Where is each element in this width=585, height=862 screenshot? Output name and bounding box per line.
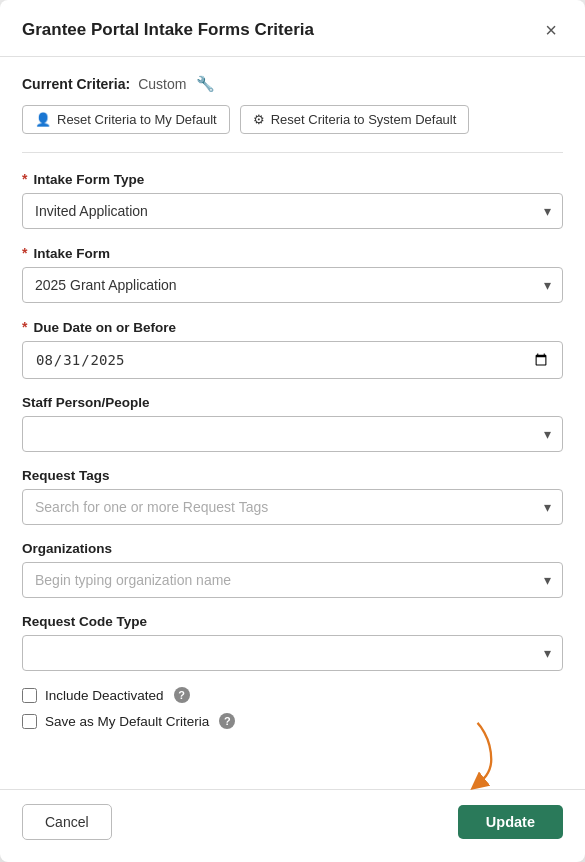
save-as-default-label: Save as My Default Criteria bbox=[45, 714, 209, 729]
request-code-type-label: Request Code Type bbox=[22, 614, 563, 629]
current-criteria-row: Current Criteria: Custom 🔧 bbox=[22, 75, 563, 93]
update-button[interactable]: Update bbox=[458, 805, 563, 839]
reset-system-default-button[interactable]: ⚙ Reset Criteria to System Default bbox=[240, 105, 470, 134]
due-date-label: * Due Date on or Before bbox=[22, 319, 563, 335]
staff-person-label: Staff Person/People bbox=[22, 395, 563, 410]
modal-dialog: Grantee Portal Intake Forms Criteria × C… bbox=[0, 0, 585, 862]
required-star: * bbox=[22, 245, 27, 261]
person-icon: 👤 bbox=[35, 112, 51, 127]
organizations-label: Organizations bbox=[22, 541, 563, 556]
modal-body: Current Criteria: Custom 🔧 👤 Reset Crite… bbox=[0, 57, 585, 789]
intake-form-label: * Intake Form bbox=[22, 245, 563, 261]
request-code-type-select-wrapper bbox=[22, 635, 563, 671]
request-tags-select[interactable]: Search for one or more Request Tags bbox=[22, 489, 563, 525]
intake-form-type-group: * Intake Form Type Invited Application O… bbox=[22, 171, 563, 229]
reset-system-default-label: Reset Criteria to System Default bbox=[271, 112, 457, 127]
intake-form-type-select[interactable]: Invited Application Open Application Let… bbox=[22, 193, 563, 229]
intake-form-select[interactable]: 2025 Grant Application 2024 Grant Applic… bbox=[22, 267, 563, 303]
reset-my-default-label: Reset Criteria to My Default bbox=[57, 112, 217, 127]
organizations-select[interactable]: Begin typing organization name bbox=[22, 562, 563, 598]
due-date-input[interactable] bbox=[22, 341, 563, 379]
staff-person-select-wrapper bbox=[22, 416, 563, 452]
close-button[interactable]: × bbox=[539, 18, 563, 42]
reset-my-default-button[interactable]: 👤 Reset Criteria to My Default bbox=[22, 105, 230, 134]
include-deactivated-help-icon[interactable]: ? bbox=[174, 687, 190, 703]
due-date-group: * Due Date on or Before bbox=[22, 319, 563, 379]
intake-form-type-select-wrapper: Invited Application Open Application Let… bbox=[22, 193, 563, 229]
staff-person-group: Staff Person/People bbox=[22, 395, 563, 452]
due-date-input-wrapper bbox=[22, 341, 563, 379]
current-criteria-label: Current Criteria: bbox=[22, 76, 130, 92]
intake-form-select-wrapper: 2025 Grant Application 2024 Grant Applic… bbox=[22, 267, 563, 303]
modal-footer: Cancel Update bbox=[0, 789, 585, 862]
reset-buttons-row: 👤 Reset Criteria to My Default ⚙ Reset C… bbox=[22, 105, 563, 134]
request-tags-group: Request Tags Search for one or more Requ… bbox=[22, 468, 563, 525]
gear-icon: ⚙ bbox=[253, 112, 265, 127]
wrench-icon: 🔧 bbox=[196, 75, 215, 93]
include-deactivated-row: Include Deactivated ? bbox=[22, 687, 563, 703]
divider bbox=[22, 152, 563, 153]
request-tags-label: Request Tags bbox=[22, 468, 563, 483]
cancel-button[interactable]: Cancel bbox=[22, 804, 112, 840]
request-code-type-select[interactable] bbox=[22, 635, 563, 671]
intake-form-group: * Intake Form 2025 Grant Application 202… bbox=[22, 245, 563, 303]
request-code-type-group: Request Code Type bbox=[22, 614, 563, 671]
modal-title: Grantee Portal Intake Forms Criteria bbox=[22, 20, 314, 40]
required-star: * bbox=[22, 319, 27, 335]
required-star: * bbox=[22, 171, 27, 187]
intake-form-type-label: * Intake Form Type bbox=[22, 171, 563, 187]
organizations-select-wrapper: Begin typing organization name bbox=[22, 562, 563, 598]
save-as-default-checkbox[interactable] bbox=[22, 714, 37, 729]
modal-header: Grantee Portal Intake Forms Criteria × bbox=[0, 0, 585, 57]
include-deactivated-label: Include Deactivated bbox=[45, 688, 164, 703]
save-as-default-row: Save as My Default Criteria ? bbox=[22, 713, 563, 729]
save-as-default-help-icon[interactable]: ? bbox=[219, 713, 235, 729]
organizations-group: Organizations Begin typing organization … bbox=[22, 541, 563, 598]
current-criteria-value: Custom bbox=[138, 76, 186, 92]
staff-person-select[interactable] bbox=[22, 416, 563, 452]
include-deactivated-checkbox[interactable] bbox=[22, 688, 37, 703]
request-tags-select-wrapper: Search for one or more Request Tags bbox=[22, 489, 563, 525]
